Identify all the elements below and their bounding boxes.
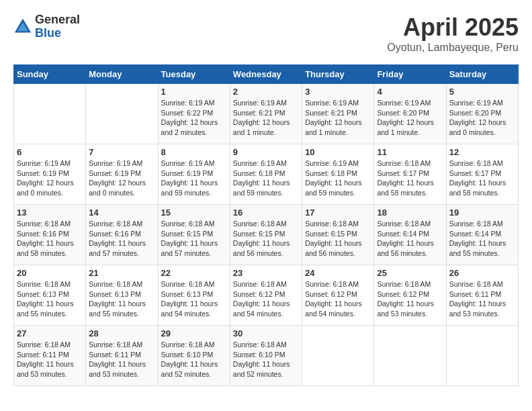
day-number: 17 bbox=[305, 208, 371, 218]
day-info: Sunrise: 6:19 AM Sunset: 6:19 PM Dayligh… bbox=[89, 158, 154, 198]
day-info: Sunrise: 6:19 AM Sunset: 6:18 PM Dayligh… bbox=[305, 158, 371, 198]
calendar-cell: 4Sunrise: 6:19 AM Sunset: 6:20 PM Daylig… bbox=[374, 84, 446, 144]
day-number: 16 bbox=[233, 208, 299, 218]
calendar-cell: 18Sunrise: 6:18 AM Sunset: 6:14 PM Dayli… bbox=[374, 205, 446, 265]
day-number: 7 bbox=[89, 147, 154, 157]
calendar-cell: 2Sunrise: 6:19 AM Sunset: 6:21 PM Daylig… bbox=[230, 84, 302, 144]
calendar-cell: 28Sunrise: 6:18 AM Sunset: 6:11 PM Dayli… bbox=[86, 326, 158, 386]
calendar-cell: 15Sunrise: 6:18 AM Sunset: 6:15 PM Dayli… bbox=[158, 205, 230, 265]
calendar-cell: 8Sunrise: 6:19 AM Sunset: 6:19 PM Daylig… bbox=[158, 144, 230, 205]
day-info: Sunrise: 6:18 AM Sunset: 6:15 PM Dayligh… bbox=[305, 219, 371, 259]
calendar-cell: 16Sunrise: 6:18 AM Sunset: 6:15 PM Dayli… bbox=[230, 205, 302, 265]
day-number: 19 bbox=[449, 208, 515, 218]
calendar-cell: 10Sunrise: 6:19 AM Sunset: 6:18 PM Dayli… bbox=[302, 144, 374, 205]
day-number: 2 bbox=[233, 87, 299, 97]
day-info: Sunrise: 6:18 AM Sunset: 6:17 PM Dayligh… bbox=[377, 158, 443, 198]
day-header-saturday: Saturday bbox=[446, 65, 518, 84]
day-number: 10 bbox=[305, 147, 371, 157]
day-info: Sunrise: 6:19 AM Sunset: 6:19 PM Dayligh… bbox=[161, 158, 227, 198]
day-info: Sunrise: 6:18 AM Sunset: 6:14 PM Dayligh… bbox=[449, 219, 515, 259]
calendar-cell: 1Sunrise: 6:19 AM Sunset: 6:22 PM Daylig… bbox=[158, 84, 230, 144]
day-number: 29 bbox=[161, 328, 227, 338]
day-number: 1 bbox=[161, 87, 227, 97]
day-number: 13 bbox=[17, 208, 83, 218]
day-number: 14 bbox=[89, 208, 154, 218]
calendar-cell: 13Sunrise: 6:18 AM Sunset: 6:16 PM Dayli… bbox=[14, 205, 86, 265]
day-info: Sunrise: 6:18 AM Sunset: 6:16 PM Dayligh… bbox=[89, 219, 154, 259]
week-row-2: 6Sunrise: 6:19 AM Sunset: 6:19 PM Daylig… bbox=[14, 144, 519, 205]
day-header-thursday: Thursday bbox=[302, 65, 374, 84]
day-info: Sunrise: 6:18 AM Sunset: 6:14 PM Dayligh… bbox=[377, 219, 443, 259]
day-number: 8 bbox=[161, 147, 227, 157]
calendar-cell: 27Sunrise: 6:18 AM Sunset: 6:11 PM Dayli… bbox=[14, 326, 86, 386]
week-row-4: 20Sunrise: 6:18 AM Sunset: 6:13 PM Dayli… bbox=[14, 265, 519, 326]
calendar-cell: 12Sunrise: 6:18 AM Sunset: 6:17 PM Dayli… bbox=[446, 144, 518, 205]
calendar-cell: 29Sunrise: 6:18 AM Sunset: 6:10 PM Dayli… bbox=[158, 326, 230, 386]
day-number: 26 bbox=[449, 268, 515, 278]
general-blue-logo-icon bbox=[13, 17, 32, 36]
day-info: Sunrise: 6:19 AM Sunset: 6:18 PM Dayligh… bbox=[233, 158, 299, 198]
day-number: 20 bbox=[17, 268, 83, 278]
day-info: Sunrise: 6:18 AM Sunset: 6:13 PM Dayligh… bbox=[17, 279, 83, 319]
calendar-cell bbox=[374, 326, 446, 386]
calendar-cell: 7Sunrise: 6:19 AM Sunset: 6:19 PM Daylig… bbox=[86, 144, 158, 205]
calendar-cell: 9Sunrise: 6:19 AM Sunset: 6:18 PM Daylig… bbox=[230, 144, 302, 205]
calendar-cell bbox=[14, 84, 86, 144]
day-info: Sunrise: 6:18 AM Sunset: 6:15 PM Dayligh… bbox=[233, 219, 299, 259]
day-header-wednesday: Wednesday bbox=[230, 65, 302, 84]
day-header-row: SundayMondayTuesdayWednesdayThursdayFrid… bbox=[14, 65, 519, 84]
day-header-sunday: Sunday bbox=[14, 65, 86, 84]
calendar-cell: 19Sunrise: 6:18 AM Sunset: 6:14 PM Dayli… bbox=[446, 205, 518, 265]
calendar-cell bbox=[446, 326, 518, 386]
day-info: Sunrise: 6:18 AM Sunset: 6:17 PM Dayligh… bbox=[449, 158, 515, 198]
day-info: Sunrise: 6:18 AM Sunset: 6:13 PM Dayligh… bbox=[89, 279, 154, 319]
day-header-friday: Friday bbox=[374, 65, 446, 84]
day-info: Sunrise: 6:19 AM Sunset: 6:20 PM Dayligh… bbox=[377, 98, 443, 138]
month-title: April 2025 bbox=[387, 13, 519, 42]
day-header-monday: Monday bbox=[86, 65, 158, 84]
day-info: Sunrise: 6:18 AM Sunset: 6:11 PM Dayligh… bbox=[17, 340, 83, 379]
day-info: Sunrise: 6:18 AM Sunset: 6:10 PM Dayligh… bbox=[233, 340, 299, 379]
title-area: April 2025 Oyotun, Lambayeque, Peru bbox=[387, 13, 519, 54]
calendar-cell: 24Sunrise: 6:18 AM Sunset: 6:12 PM Dayli… bbox=[302, 265, 374, 326]
day-info: Sunrise: 6:18 AM Sunset: 6:16 PM Dayligh… bbox=[17, 219, 83, 259]
day-info: Sunrise: 6:19 AM Sunset: 6:22 PM Dayligh… bbox=[161, 98, 227, 138]
day-number: 6 bbox=[17, 147, 83, 157]
calendar-cell: 22Sunrise: 6:18 AM Sunset: 6:13 PM Dayli… bbox=[158, 265, 230, 326]
header: General Blue April 2025 Oyotun, Lambayeq… bbox=[13, 13, 519, 54]
logo-text: General Blue bbox=[35, 13, 80, 40]
day-number: 23 bbox=[233, 268, 299, 278]
calendar-cell: 14Sunrise: 6:18 AM Sunset: 6:16 PM Dayli… bbox=[86, 205, 158, 265]
day-info: Sunrise: 6:19 AM Sunset: 6:19 PM Dayligh… bbox=[17, 158, 83, 198]
calendar-cell: 23Sunrise: 6:18 AM Sunset: 6:12 PM Dayli… bbox=[230, 265, 302, 326]
day-info: Sunrise: 6:18 AM Sunset: 6:12 PM Dayligh… bbox=[233, 279, 299, 319]
calendar-body: 1Sunrise: 6:19 AM Sunset: 6:22 PM Daylig… bbox=[14, 84, 519, 386]
calendar-cell: 3Sunrise: 6:19 AM Sunset: 6:21 PM Daylig… bbox=[302, 84, 374, 144]
logo: General Blue bbox=[13, 13, 80, 40]
day-number: 30 bbox=[233, 328, 299, 338]
calendar-cell: 26Sunrise: 6:18 AM Sunset: 6:11 PM Dayli… bbox=[446, 265, 518, 326]
day-info: Sunrise: 6:18 AM Sunset: 6:13 PM Dayligh… bbox=[161, 279, 227, 319]
calendar-cell: 30Sunrise: 6:18 AM Sunset: 6:10 PM Dayli… bbox=[230, 326, 302, 386]
calendar-cell: 6Sunrise: 6:19 AM Sunset: 6:19 PM Daylig… bbox=[14, 144, 86, 205]
day-number: 12 bbox=[449, 147, 515, 157]
day-number: 27 bbox=[17, 328, 83, 338]
day-info: Sunrise: 6:18 AM Sunset: 6:15 PM Dayligh… bbox=[161, 219, 227, 259]
calendar-cell bbox=[302, 326, 374, 386]
day-number: 18 bbox=[377, 208, 443, 218]
calendar-cell: 5Sunrise: 6:19 AM Sunset: 6:20 PM Daylig… bbox=[446, 84, 518, 144]
day-info: Sunrise: 6:18 AM Sunset: 6:12 PM Dayligh… bbox=[305, 279, 371, 319]
day-number: 5 bbox=[449, 87, 515, 97]
calendar-table: SundayMondayTuesdayWednesdayThursdayFrid… bbox=[13, 64, 519, 386]
day-number: 22 bbox=[161, 268, 227, 278]
calendar-header: SundayMondayTuesdayWednesdayThursdayFrid… bbox=[14, 65, 519, 84]
calendar-cell bbox=[86, 84, 158, 144]
week-row-3: 13Sunrise: 6:18 AM Sunset: 6:16 PM Dayli… bbox=[14, 205, 519, 265]
day-info: Sunrise: 6:19 AM Sunset: 6:21 PM Dayligh… bbox=[233, 98, 299, 138]
day-info: Sunrise: 6:18 AM Sunset: 6:11 PM Dayligh… bbox=[449, 279, 515, 319]
calendar-cell: 20Sunrise: 6:18 AM Sunset: 6:13 PM Dayli… bbox=[14, 265, 86, 326]
week-row-1: 1Sunrise: 6:19 AM Sunset: 6:22 PM Daylig… bbox=[14, 84, 519, 144]
day-number: 4 bbox=[377, 87, 443, 97]
day-number: 9 bbox=[233, 147, 299, 157]
day-number: 25 bbox=[377, 268, 443, 278]
